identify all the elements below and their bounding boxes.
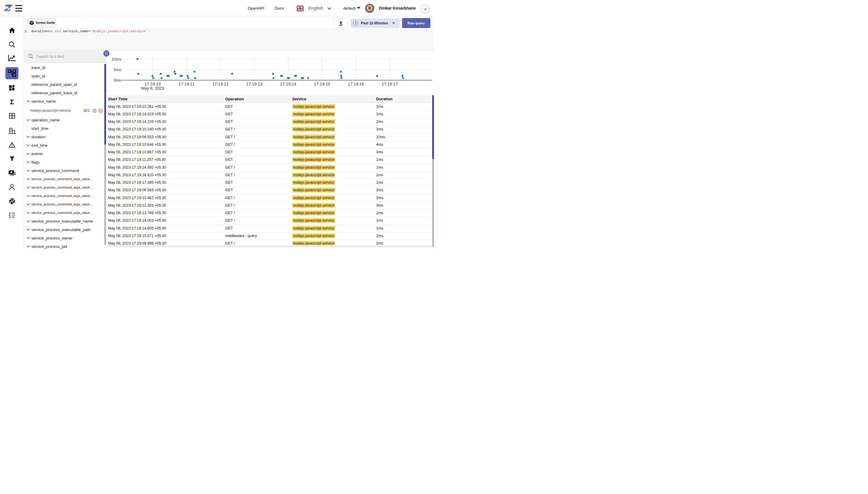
svg-text:17:19:10: 17:19:10 (145, 82, 161, 87)
svg-text:5ms: 5ms (114, 68, 121, 72)
svg-text:17:19:11: 17:19:11 (179, 82, 195, 87)
svg-text:May 8, 2023: May 8, 2023 (141, 86, 164, 91)
svg-text:17:19:12: 17:19:12 (212, 82, 228, 87)
svg-text:10ms: 10ms (112, 57, 121, 61)
svg-text:?: ? (31, 21, 32, 24)
svg-text:17:19:15: 17:19:15 (314, 82, 330, 87)
svg-text:17:19:14: 17:19:14 (280, 82, 296, 87)
svg-text:17:19:16: 17:19:16 (348, 82, 364, 87)
svg-text:17:19:13: 17:19:13 (246, 82, 262, 87)
svg-text:17:19:17: 17:19:17 (382, 82, 398, 87)
svg-text:0ms: 0ms (114, 78, 121, 82)
